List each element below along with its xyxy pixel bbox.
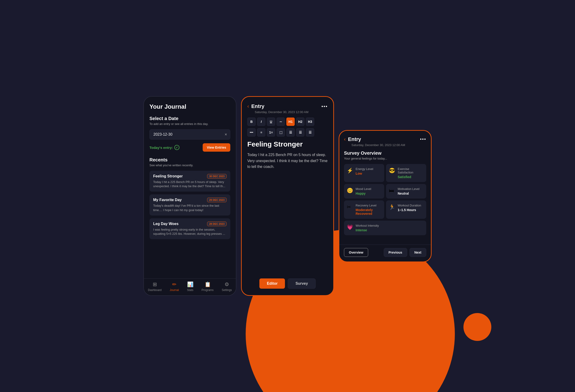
duration-icon: 🏃 [389, 204, 395, 210]
recovery-label: Recovery Level [356, 204, 382, 207]
toolbar-align-justify[interactable]: ☰ [306, 128, 314, 136]
mood-label: Mood Level [356, 187, 371, 191]
survey-card-energy: ⚡ Energy Level Low [344, 164, 384, 182]
recent-date-2: 28 DEC 2023 [207, 221, 227, 226]
middle-entry-header: ‹ Entry ••• [247, 103, 328, 109]
toolbar-align-right[interactable]: ☰ [296, 128, 305, 136]
nav-journal[interactable]: ✏ Journal [170, 282, 179, 292]
toolbar-h1[interactable]: H1 [286, 117, 295, 126]
screens-wrapper: Your Journal Select a Date To add an ent… [139, 91, 436, 301]
recents-label: Recents [149, 157, 230, 163]
energy-label: Energy Level [356, 167, 373, 171]
toolbar-underline[interactable]: U [267, 117, 275, 126]
mood-value: Happy [356, 192, 371, 195]
recent-preview-1: Today's deadlift day! I've PR'd a ton si… [153, 204, 227, 212]
stats-icon: 📊 [187, 282, 193, 287]
nav-settings[interactable]: ⚙ Settings [222, 282, 232, 292]
nav-dashboard-label: Dashboard [148, 288, 162, 292]
survey-card-duration: 🏃 Workout Duration 1–1.5 Hours [386, 200, 426, 219]
middle-more-button[interactable]: ••• [321, 104, 328, 109]
toolbar-more[interactable]: ••• [247, 128, 256, 136]
toolbar-align-left[interactable]: ⬚ [277, 128, 285, 136]
nav-programs-label: Programs [201, 288, 214, 292]
nav-dashboard[interactable]: ⊞ Dashboard [148, 282, 162, 292]
recovery-value: Moderately Recovered [356, 208, 382, 216]
screen-middle: ‹ Entry ••• Saturday, December 30, 2023 … [241, 96, 334, 296]
toolbar-bold[interactable]: B [247, 117, 256, 126]
recovery-icon: ✂ [347, 204, 353, 210]
right-entry-header: ‹ Entry ••• [344, 136, 426, 142]
overview-button[interactable]: Overview [344, 248, 368, 257]
exercise-value: Satisfied [398, 175, 424, 179]
middle-entry-subtitle: Saturday, December 30, 2023 12:00 AM [255, 110, 328, 114]
today-check-icon: ✓ [174, 145, 179, 150]
survey-tab[interactable]: Survey [288, 279, 315, 289]
motivation-value: Neutral [398, 192, 420, 195]
survey-card-intensity: 💗 Workout Intensity Intense [344, 221, 426, 235]
right-entry-title: Entry [348, 136, 361, 142]
toolbar-h3[interactable]: H3 [306, 117, 314, 126]
previous-button[interactable]: Previous [384, 248, 407, 257]
recent-card-1[interactable]: My Favorite Day 29 DEC 2023 Today's dead… [149, 194, 230, 215]
editor-entry-text: Today I hit a 225 Bench PR on 5 hours of… [247, 152, 328, 170]
middle-entry-title: Entry [251, 103, 264, 109]
screen-left: Your Journal Select a Date To add an ent… [144, 96, 236, 296]
exercise-label: Exercise Satisfaction [398, 167, 424, 174]
motivation-label: Motivation Level [398, 187, 420, 191]
duration-label: Workout Duration [398, 204, 421, 207]
duration-value: 1–1.5 Hours [398, 208, 421, 212]
recent-card-0[interactable]: Feeling Stronger 30 DEC 2023 Today I hit… [149, 171, 230, 192]
survey-title: Survey Overview [344, 151, 426, 156]
nav-stats[interactable]: 📊 Stats [187, 282, 193, 292]
toolbar-strike[interactable]: ∼ [277, 117, 285, 126]
page-title: Your Journal [149, 103, 230, 110]
recents-section: Recents See what you've written recently… [149, 157, 230, 239]
programs-icon: 📋 [205, 282, 211, 287]
energy-icon: ⚡ [347, 168, 353, 174]
date-input[interactable] [149, 129, 230, 140]
today-entry-label: Today's entry: [149, 146, 173, 150]
nav-programs[interactable]: 📋 Programs [201, 282, 214, 292]
survey-card-mood: 😊 Mood Level Happy [344, 184, 384, 198]
recent-title-1: My Favorite Day [153, 198, 182, 202]
middle-back-button[interactable]: ‹ [247, 104, 249, 109]
recent-card-2[interactable]: Leg Day Woes 28 DEC 2023 I was feeling p… [149, 218, 230, 239]
nav-journal-label: Journal [170, 288, 179, 292]
recent-date-1: 29 DEC 2023 [207, 198, 227, 202]
nav-stats-label: Stats [187, 288, 193, 292]
toolbar-row-2: ••• ≡ 1≡ ⬚ ☰ ☰ ☰ [247, 128, 328, 136]
today-entry-status: Today's entry: ✓ [149, 145, 179, 150]
date-input-wrapper: × [149, 129, 230, 140]
mood-icon: 😊 [347, 188, 353, 194]
exercise-icon: 😎 [389, 168, 395, 174]
right-more-button[interactable]: ••• [420, 136, 426, 142]
right-back-button[interactable]: ‹ [344, 137, 346, 142]
survey-card-exercise: 😎 Exercise Satisfaction Satisfied [386, 164, 426, 182]
settings-icon: ⚙ [224, 282, 229, 287]
recents-subtitle: See what you've written recently. [149, 163, 230, 167]
next-button[interactable]: Next [409, 248, 426, 257]
view-entries-button[interactable]: View Entries [203, 143, 230, 152]
toolbar-align-center[interactable]: ☰ [286, 128, 295, 136]
survey-subtitle: Your general feelings for today... [344, 157, 426, 160]
survey-bottom-nav: Overview Previous Next [339, 244, 431, 261]
survey-card-motivation: 🛏 Motivation Level Neutral [386, 184, 426, 198]
toolbar-numbered-list[interactable]: 1≡ [267, 128, 275, 136]
recent-preview-0: Today I hit a 225 Bench PR on 5 hours of… [153, 180, 227, 188]
recent-preview-2: I was feeling pretty strong early in the… [153, 228, 227, 236]
date-clear-icon[interactable]: × [224, 132, 227, 137]
toolbar-italic[interactable]: I [257, 117, 265, 126]
intensity-icon: 💗 [347, 224, 353, 230]
recent-title-0: Feeling Stronger [153, 174, 183, 178]
toolbar-h2[interactable]: H2 [296, 117, 305, 126]
dashboard-icon: ⊞ [153, 282, 157, 287]
survey-card-recovery: ✂ Recovery Level Moderately Recovered [344, 200, 384, 219]
bg-decoration-circle-small [463, 313, 491, 341]
nav-settings-label: Settings [222, 288, 232, 292]
editor-entry-title: Feeling Stronger [247, 140, 328, 148]
editor-tab[interactable]: Editor [259, 279, 285, 289]
intensity-value: Intense [356, 228, 379, 232]
select-date-label: Select a Date [149, 116, 230, 121]
bottom-nav: ⊞ Dashboard ✏ Journal 📊 Stats 📋 Programs… [144, 279, 236, 295]
toolbar-bullet-list[interactable]: ≡ [257, 128, 265, 136]
